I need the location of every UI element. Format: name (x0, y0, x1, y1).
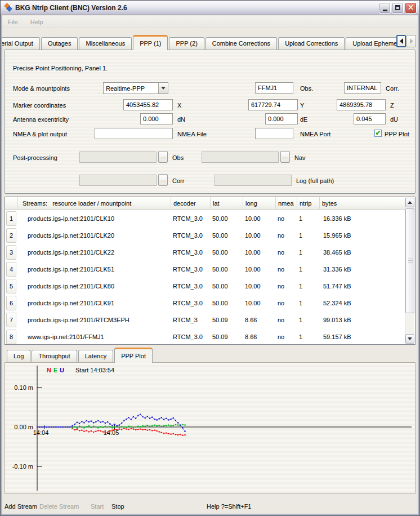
row-number: 4 (6, 262, 16, 277)
cell-lat: 50.00 (210, 215, 243, 222)
tab-upload-corrections[interactable]: Upload Corrections (278, 37, 345, 50)
obs-label: Obs. (300, 83, 313, 94)
plot-tabbar: LogThroughputLatencyPPP Plot (7, 347, 154, 363)
marker-y-input[interactable] (248, 99, 298, 110)
obs-file-input[interactable] (79, 152, 157, 163)
mode-combobox[interactable]: Realtime-PPP (103, 82, 168, 94)
marker-x-input[interactable] (123, 99, 173, 110)
marker-z-input[interactable] (337, 99, 386, 110)
header-ntrip: ntrip (297, 197, 319, 209)
obs-mountpoint-input[interactable] (255, 82, 293, 94)
close-button[interactable]: ✕ (405, 2, 417, 14)
z-label: Z (390, 100, 394, 111)
tab-erial-output[interactable]: erial Output (2, 37, 40, 50)
tab-scroll-buttons (396, 35, 416, 47)
help-shortcut-label[interactable]: Help ?=Shift+F1 (207, 503, 252, 510)
cell-mountpoint: products.igs-ip.net:2101/CLK51 (17, 266, 171, 273)
tab-outages[interactable]: Outages (41, 37, 78, 50)
tab-miscellaneous[interactable]: Miscellaneous (79, 37, 132, 50)
cell-decoder: RTCM_3.0 (171, 232, 210, 239)
tab-scroll-right-button[interactable] (406, 35, 416, 47)
post-processing-label: Post-processing (13, 152, 57, 163)
table-scrollbar[interactable] (405, 198, 414, 344)
table-row[interactable]: 5products.igs-ip.net:2101/CLK80RTCM_3.05… (5, 278, 405, 295)
tab-upload-ephemeris[interactable]: Upload Ephemeris (346, 37, 396, 50)
scrollbar-up-button[interactable] (405, 198, 414, 207)
row-number: 6 (6, 296, 16, 310)
cell-nmea: no (275, 266, 297, 273)
table-row[interactable]: 1products.igs-ip.net:2101/CLK10RTCM_3.05… (5, 210, 405, 227)
table-row[interactable]: 3products.igs-ip.net:2101/CLK22RTCM_3.05… (5, 244, 405, 261)
cell-long: 10.00 (243, 215, 275, 222)
nav-browse-button[interactable]: ... (280, 151, 290, 163)
log-file-input[interactable] (215, 175, 292, 186)
obs-file-label: Obs (172, 152, 184, 163)
table-row[interactable]: 2products.igs-ip.net:2101/CLK20RTCM_3.05… (5, 227, 405, 244)
cell-bytes: 59.157 kB (319, 333, 405, 340)
obs-browse-button[interactable]: ... (158, 151, 168, 163)
du-label: dU (390, 114, 398, 125)
table-row[interactable]: 6products.igs-ip.net:2101/CLK91RTCM_3.05… (5, 295, 405, 312)
cell-long: 10.00 (243, 283, 275, 290)
tab-ppp-2-[interactable]: PPP (2) (169, 37, 204, 50)
plot-tab-latency[interactable]: Latency (78, 350, 114, 362)
ppp-plot-checkbox[interactable]: ✔ (374, 130, 382, 137)
cell-bytes: 51.747 kB (319, 283, 405, 290)
plot-tab-throughput[interactable]: Throughput (32, 350, 77, 362)
minimize-icon (383, 10, 387, 11)
cell-ntrip: 1 (297, 249, 319, 256)
dn-input[interactable] (140, 113, 173, 124)
tab-combine-corrections[interactable]: Combine Corrections (205, 37, 277, 50)
nav-file-input[interactable] (202, 152, 279, 163)
arrow-down-icon (408, 337, 412, 340)
cell-mountpoint: products.igs-ip.net:2101/CLK22 (17, 249, 171, 256)
plot-tab-ppp-plot[interactable]: PPP Plot (114, 348, 153, 363)
nmea-file-input[interactable] (95, 128, 173, 139)
log-file-label: Log (full path) (296, 175, 334, 186)
scrollbar-down-button[interactable] (405, 334, 414, 344)
nmea-port-input[interactable] (255, 128, 293, 139)
marker-label: Marker coordinates (13, 100, 66, 111)
maximize-button[interactable] (392, 2, 404, 14)
cell-decoder: RTCM_3.0 (171, 215, 210, 222)
corr-mountpoint-input[interactable] (344, 82, 381, 94)
row-number: 3 (6, 245, 16, 260)
header-long: long (243, 197, 275, 209)
plot-tab-log[interactable]: Log (7, 350, 30, 362)
cell-decoder: RTCM_3.0 (171, 249, 210, 256)
corr-file-input[interactable] (79, 175, 157, 186)
corr-browse-button[interactable]: ... (158, 174, 168, 186)
mode-label: Mode & mountpoints (13, 83, 70, 94)
table-row[interactable]: 8www.igs-ip.net:2101/FFMJ1RTCM_3.050.098… (5, 328, 405, 344)
tab-ppp-1-[interactable]: PPP (1) (133, 35, 168, 50)
minimize-button[interactable] (379, 2, 391, 14)
start-button[interactable]: Start (91, 503, 104, 510)
du-input[interactable] (354, 113, 386, 124)
de-input[interactable] (265, 113, 298, 124)
cell-ntrip: 1 (297, 300, 319, 306)
scrollbar-thumb[interactable] (405, 208, 414, 313)
menubar: File Help (2, 16, 418, 28)
svg-text:0.10 m: 0.10 m (14, 384, 33, 391)
cell-lat: 50.00 (210, 249, 243, 256)
header-bytes: bytes (319, 197, 405, 209)
tab-scroll-left-button[interactable] (396, 35, 406, 47)
stop-button[interactable]: Stop (111, 503, 124, 510)
cell-decoder: RTCM_3.0 (171, 300, 210, 306)
table-row[interactable]: 4products.igs-ip.net:2101/CLK51RTCM_3.05… (5, 261, 405, 278)
header-corner (5, 197, 17, 209)
mode-combobox-value: Realtime-PPP (104, 85, 158, 92)
cell-decoder: RTCM_3.0 (171, 333, 210, 340)
cell-lat: 50.00 (210, 283, 243, 290)
cell-long: 10.00 (243, 300, 275, 306)
cell-nmea: no (275, 317, 297, 323)
de-label: dE (300, 114, 307, 125)
table-row[interactable]: 7products.igs-ip.net:2101/RTCM3EPHRTCM_3… (5, 312, 405, 328)
combobox-dropdown-button[interactable] (158, 83, 168, 94)
delete-stream-button[interactable]: Delete Stream (39, 503, 79, 510)
menu-help[interactable]: Help (30, 19, 43, 25)
menu-file[interactable]: File (8, 19, 18, 25)
ppp-plot-panel: N E U Start 14:03:54 0.10 m0.00 m-0.10 m… (5, 362, 415, 494)
ppp-plot-label: PPP Plot (385, 128, 409, 140)
add-stream-button[interactable]: Add Stream (5, 503, 37, 510)
